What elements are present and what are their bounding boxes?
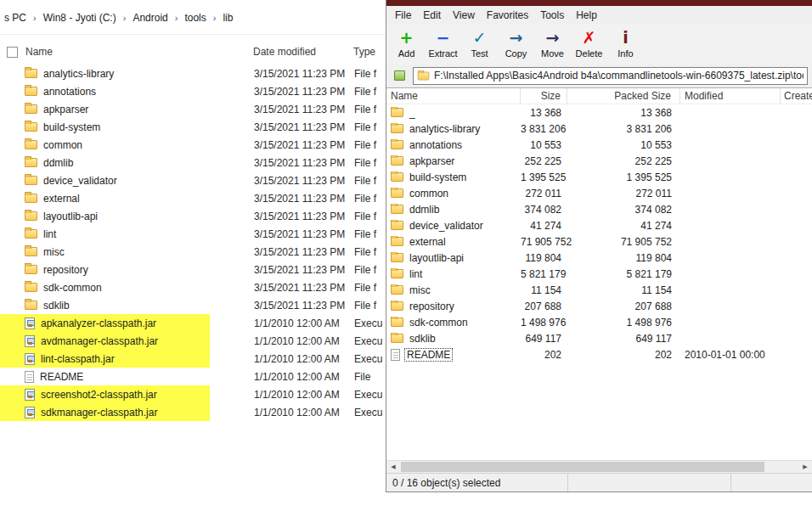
- archive-size: 71 905 752: [521, 236, 567, 248]
- scroll-right-icon[interactable]: ▶: [798, 461, 812, 473]
- toolbar-button-extract[interactable]: −Extract: [425, 25, 461, 59]
- file-date: 1/1/2010 12:00 AM: [254, 407, 354, 418]
- archive-name-cell: layoutlib-api: [386, 252, 521, 264]
- jar-icon: [25, 389, 35, 401]
- file-date: 3/15/2021 11:23 PM: [254, 211, 354, 222]
- file-name: ddmlib: [43, 157, 73, 169]
- add-icon: +: [400, 27, 414, 48]
- breadcrumb-item[interactable]: Android: [128, 12, 172, 24]
- archive-row[interactable]: device_validator41 27441 274: [386, 217, 812, 233]
- horizontal-scrollbar[interactable]: ◀ ▶: [386, 460, 812, 473]
- file-date: 1/1/2010 12:00 AM: [254, 335, 354, 347]
- file-name: layoutlib-api: [43, 211, 98, 222]
- archive-size: 119 804: [521, 252, 567, 264]
- file-name-cell: repository: [0, 261, 210, 278]
- delete-icon: ✗: [583, 27, 596, 48]
- archive-list-panel: Name Size Packed Size Modified Created _…: [386, 87, 812, 460]
- column-header-modified[interactable]: Modified: [680, 88, 781, 104]
- file-name-cell: analytics-library: [0, 65, 210, 82]
- file-date: 1/1/2010 12:00 AM: [254, 353, 354, 365]
- move-icon: →: [546, 27, 560, 48]
- chevron-right-icon: ›: [121, 13, 129, 23]
- file-name: annotations: [43, 86, 96, 98]
- archive-name-cell: external: [386, 236, 521, 248]
- breadcrumb: s PC›Win8 - Jyoti (C:)›Android›tools›lib: [0, 8, 237, 27]
- address-bar: F:\Installed Apps\Basic4Android b4a\comm…: [386, 65, 812, 87]
- chevron-right-icon: ›: [172, 13, 181, 23]
- toolbar-button-copy[interactable]: →Copy: [498, 25, 534, 59]
- folder-icon: [25, 229, 37, 239]
- file-date: 3/15/2021 11:23 PM: [254, 246, 354, 258]
- archive-row[interactable]: analytics-library3 831 2063 831 206: [386, 121, 812, 137]
- menu-item-edit[interactable]: Edit: [417, 8, 447, 23]
- toolbar-button-delete[interactable]: ✗Delete: [571, 25, 607, 59]
- archive-row[interactable]: README2022022010-01-01 00:00: [386, 346, 812, 362]
- select-all-checkbox[interactable]: [7, 47, 18, 58]
- column-header-created[interactable]: Created: [781, 88, 812, 104]
- file-name: screenshot2-classpath.jar: [41, 389, 157, 401]
- file-name: apkparser: [43, 104, 88, 115]
- title-bar[interactable]: [386, 0, 812, 6]
- menu-item-tools[interactable]: Tools: [534, 8, 570, 23]
- toolbar-button-label: Test: [471, 48, 488, 59]
- archive-size: 41 274: [521, 220, 567, 232]
- toolbar-button-info[interactable]: iInfo: [607, 25, 644, 59]
- archive-row[interactable]: sdk-common1 498 9761 498 976: [386, 314, 812, 330]
- file-name-cell: apkanalyzer-classpath.jar: [0, 314, 210, 332]
- archive-row[interactable]: repository207 688207 688: [386, 298, 812, 314]
- folder-icon: [25, 247, 37, 256]
- archive-size: 5 821 179: [521, 268, 567, 280]
- archive-row[interactable]: apkparser252 225252 225: [386, 153, 812, 169]
- menu-item-help[interactable]: Help: [570, 8, 603, 23]
- column-header-size[interactable]: Size: [521, 88, 567, 104]
- file-name-cell: sdklib: [0, 296, 210, 314]
- archive-row[interactable]: _13 36813 368: [386, 104, 812, 121]
- folder-icon: [25, 122, 37, 132]
- folder-icon: [25, 158, 37, 167]
- column-header-name[interactable]: Name: [25, 46, 209, 58]
- address-input[interactable]: F:\Installed Apps\Basic4Android b4a\comm…: [413, 67, 808, 85]
- menu-bar: FileEditViewFavoritesToolsHelp: [386, 6, 812, 24]
- archive-row[interactable]: sdklib649 117649 117: [386, 330, 812, 346]
- menu-item-file[interactable]: File: [389, 8, 417, 23]
- breadcrumb-item[interactable]: Win8 - Jyoti (C:): [39, 12, 121, 24]
- scroll-thumb[interactable]: [401, 462, 764, 472]
- menu-item-view[interactable]: View: [447, 8, 481, 23]
- archive-packed-size: 119 804: [567, 252, 680, 264]
- scroll-left-icon[interactable]: ◀: [386, 461, 400, 473]
- breadcrumb-item[interactable]: lib: [218, 12, 237, 24]
- file-date: 3/15/2021 11:23 PM: [254, 104, 354, 115]
- breadcrumb-item[interactable]: tools: [180, 12, 210, 24]
- book-icon: [394, 70, 405, 81]
- archive-row[interactable]: annotations10 55310 553: [386, 137, 812, 153]
- file-name-cell: lint-classpath.jar: [0, 350, 210, 368]
- file-name: sdkmanager-classpath.jar: [41, 407, 157, 418]
- archive-row[interactable]: ddmlib374 082374 082: [386, 201, 812, 217]
- archive-row[interactable]: lint5 821 1795 821 179: [386, 266, 812, 282]
- column-header-date-modified[interactable]: Date modified: [253, 46, 353, 58]
- address-root-button[interactable]: [390, 67, 409, 84]
- file-name: lint-classpath.jar: [41, 353, 115, 365]
- archive-row[interactable]: external71 905 75271 905 752: [386, 233, 812, 250]
- menu-item-favorites[interactable]: Favorites: [481, 8, 534, 23]
- column-header-name[interactable]: Name: [386, 88, 521, 104]
- archive-size: 11 154: [521, 284, 567, 296]
- extract-icon: −: [437, 27, 450, 48]
- archive-name-cell: common: [386, 188, 521, 199]
- archive-packed-size: 1 395 525: [567, 171, 680, 183]
- jar-icon: [25, 335, 35, 347]
- toolbar-button-test[interactable]: ✓Test: [461, 25, 498, 59]
- archive-name: layoutlib-api: [408, 252, 465, 264]
- breadcrumb-item[interactable]: s PC: [0, 12, 31, 24]
- toolbar-button-add[interactable]: +Add: [388, 25, 425, 59]
- toolbar-button-move[interactable]: →Move: [534, 25, 571, 59]
- toolbar-button-label: Delete: [576, 48, 603, 59]
- archive-name-cell: build-system: [386, 171, 521, 183]
- archive-packed-size: 71 905 752: [567, 236, 680, 248]
- archive-row[interactable]: layoutlib-api119 804119 804: [386, 250, 812, 266]
- archive-row[interactable]: common272 011272 011: [386, 185, 812, 201]
- file-date: 3/15/2021 11:23 PM: [254, 68, 354, 80]
- archive-row[interactable]: build-system1 395 5251 395 525: [386, 169, 812, 185]
- column-header-packed-size[interactable]: Packed Size: [567, 88, 680, 104]
- archive-row[interactable]: misc11 15411 154: [386, 282, 812, 298]
